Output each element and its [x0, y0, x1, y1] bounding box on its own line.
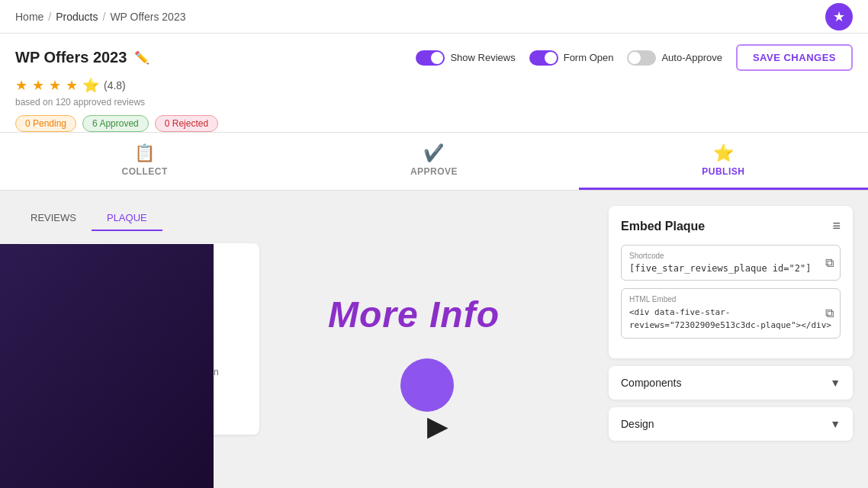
publish-icon: ⭐	[713, 143, 735, 163]
tab-publish-label: PUBLISH	[702, 166, 744, 177]
form-open-toggle[interactable]	[529, 50, 558, 66]
sub-tabs: REVIEWS PLAQUE	[15, 206, 593, 231]
auto-approve-toggle[interactable]	[627, 50, 656, 66]
html-copy-button[interactable]: ⧉	[825, 307, 834, 320]
sub-tab-plaque-label: PLAQUE	[107, 212, 147, 223]
embed-card-header: Embed Plaque ≡	[621, 218, 841, 234]
menu-icon[interactable]: ≡	[832, 218, 841, 234]
embed-card-title: Embed Plaque	[621, 220, 705, 233]
rating-number: (4.8)	[104, 79, 126, 92]
product-title-area: WP Offers 2023 ✏️	[15, 49, 149, 66]
breadcrumb-current: WP Offers 2023	[110, 11, 185, 23]
edit-icon[interactable]: ✏️	[134, 50, 149, 65]
html-label: HTML Embed	[629, 295, 832, 303]
shortcode-value: [five_star_reviews_plaque id="2"]	[629, 263, 832, 274]
tabs-row: 📋 COLLECT ✔️ APPROVE ⭐ PUBLISH	[0, 133, 868, 191]
approve-icon: ✔️	[423, 143, 445, 163]
right-panel: Embed Plaque ≡ Shortcode [five_star_revi…	[609, 206, 853, 488]
tab-collect-label: COLLECT	[122, 166, 168, 177]
tab-publish[interactable]: ⭐ PUBLISH	[579, 133, 868, 190]
collect-icon: 📋	[134, 143, 156, 163]
breadcrumb-sep-2: /	[103, 11, 106, 23]
sub-tab-plaque[interactable]: PLAQUE	[92, 206, 162, 231]
cursor-arrow-icon: ▶	[427, 410, 448, 442]
html-embed-field: HTML Embed <div data-five-star-reviews="…	[621, 288, 841, 339]
breadcrumb-products[interactable]: Products	[56, 11, 98, 23]
auto-approve-toggle-group: Auto-Approve	[627, 50, 722, 66]
star-2: ★	[32, 77, 44, 94]
overlay-person	[0, 244, 214, 488]
stars-row: ★ ★ ★ ★ ⭐ (4.8)	[15, 77, 853, 94]
breadcrumb: Home / Products / WP Offers 2023	[15, 11, 185, 23]
header-controls: Show Reviews Form Open Auto-Approve SAVE…	[416, 44, 853, 71]
accordion-design-label: Design	[621, 418, 654, 430]
pending-badge[interactable]: 0 Pending	[15, 115, 76, 132]
person-silhouette	[0, 244, 214, 488]
more-info-text: More Info	[328, 294, 500, 336]
shortcode-copy-button[interactable]: ⧉	[825, 256, 834, 270]
based-on: based on 120 approved reviews	[15, 97, 853, 108]
show-reviews-toggle-group: Show Reviews	[416, 50, 515, 66]
breadcrumb-sep-1: /	[48, 11, 51, 23]
html-value: <div data-five-star-reviews="72302909e51…	[629, 307, 832, 332]
product-header-top: WP Offers 2023 ✏️ Show Reviews Form Open	[15, 44, 853, 71]
approved-badge[interactable]: 6 Approved	[82, 115, 149, 132]
form-open-label: Form Open	[564, 52, 614, 63]
star-1: ★	[15, 77, 27, 94]
tab-approve-label: APPROVE	[410, 166, 458, 177]
product-title: WP Offers 2023	[15, 49, 127, 66]
top-right-icon[interactable]: ★	[825, 3, 853, 30]
cursor-circle	[400, 358, 454, 412]
tab-collect[interactable]: 📋 COLLECT	[0, 133, 289, 190]
star-half: ⭐	[82, 77, 99, 94]
top-bar: Home / Products / WP Offers 2023 ★	[0, 0, 868, 34]
design-chevron-icon: ▼	[830, 418, 841, 430]
tab-approve[interactable]: ✔️ APPROVE	[289, 133, 578, 190]
star-4: ★	[66, 77, 78, 94]
accordion-components[interactable]: Components ▼	[609, 366, 853, 400]
product-header: WP Offers 2023 ✏️ Show Reviews Form Open	[0, 34, 868, 133]
save-changes-button[interactable]: SAVE CHANGES	[736, 44, 853, 71]
shortcode-field: Shortcode [five_star_reviews_plaque id="…	[621, 245, 841, 281]
embed-card: Embed Plaque ≡ Shortcode [five_star_revi…	[609, 206, 853, 358]
star-3: ★	[49, 77, 61, 94]
status-badges: 0 Pending 6 Approved 0 Rejected	[15, 115, 853, 132]
accordion-components-label: Components	[621, 377, 681, 389]
sub-tab-reviews[interactable]: REVIEWS	[15, 206, 92, 231]
breadcrumb-home[interactable]: Home	[15, 11, 43, 23]
rejected-badge[interactable]: 0 Rejected	[155, 115, 218, 132]
auto-approve-label: Auto-Approve	[661, 52, 722, 63]
form-open-toggle-group: Form Open	[529, 50, 614, 66]
components-chevron-icon: ▼	[830, 377, 841, 389]
shortcode-label: Shortcode	[629, 252, 832, 260]
show-reviews-toggle[interactable]	[416, 50, 445, 66]
sub-tab-reviews-label: REVIEWS	[31, 212, 76, 223]
accordion-design[interactable]: Design ▼	[609, 407, 853, 441]
show-reviews-label: Show Reviews	[450, 52, 515, 63]
